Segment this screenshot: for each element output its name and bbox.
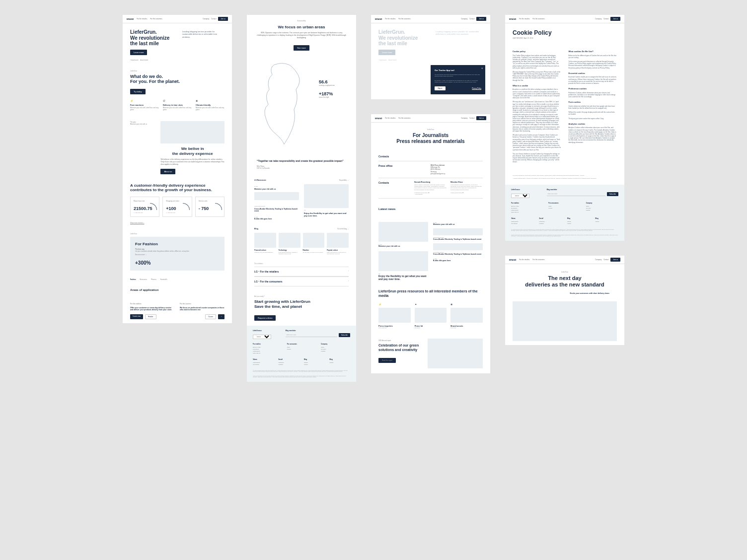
blog-card: Financial cultureMinimize your risk with… [254,233,276,255]
cookie-title: Cookie Policy [513,29,617,36]
page-nextday: BRANDFor the retailersFor the customersC… [505,256,624,345]
about-side-label: The plan Minimize your risk with us [130,121,155,174]
see-more-button[interactable]: See more [294,45,309,51]
resource-presskit: ✦Press kitDownload [415,303,447,329]
resource-brand: ❋Brand assetsDownload [450,303,483,329]
fashion-section: LieferGrun For Fashion The best way Let … [123,228,232,276]
subscribe-button[interactable]: Subscribe [607,192,618,196]
subscribe-button[interactable]: Subscribe [339,333,350,337]
blog-card: TechnologyCross-Border Electricity Tradi… [279,233,300,255]
news-image [304,184,349,208]
focus-title: We focus on urban areas [257,25,346,29]
clock-icon: ⏱ [163,99,192,102]
nextday-title: The next day deliveries as the new stand… [518,275,612,287]
brand-icon: ❋ [450,303,483,306]
close-icon[interactable]: ✕ [481,67,483,70]
tab-food[interactable]: Foodstuffs [160,279,167,280]
cookie-overlay: ✕ Our Tracker App tool We use cookies an… [431,65,485,94]
cookie-body: Cookie policy This Cookie Policy explain… [505,45,624,173]
map-stat-1: 56.6 [319,79,349,84]
nav-contact[interactable]: Contact [211,18,216,20]
demo-button[interactable]: Request a demo [254,315,276,321]
celebrate-title: Celebration of our green solutions and c… [378,344,423,352]
hero-title: LieferGrun. We revolutionize the last mi… [130,29,177,47]
map-section: 56.6 sendings angelpartenen +187% stores… [247,56,356,153]
cookie-date: LAST REVISED: April 22, 2019 [513,37,533,39]
report-button[interactable]: Read the report [378,358,396,363]
page-home: BRAND For the retailers For the customer… [123,15,232,323]
solutions-section: Our solutions LG º For the retailers› LG… [247,259,356,290]
news-split: CASE Minimize your risk with us US Enjoy… [371,218,490,284]
section-title: What do we do. For you. For the planet. [130,74,224,84]
stats-heading: A customer-friendly delivery experience … [130,183,224,193]
lang-select[interactable]: English [253,335,271,339]
overlay-title: Our Tracker App tool [435,69,481,72]
agree-button[interactable]: I Agree [435,86,446,90]
accordion-consumers[interactable]: LG º For the consumers› [254,277,349,286]
tab-fashion[interactable]: Fashion [130,279,136,280]
bolt-icon: ⚡ [378,303,411,306]
focus-section: Sustainability We focus on urban areas X… [247,15,356,56]
page-cookie-policy: BRANDFor the retailersFor the customersC… [505,15,624,241]
about-image [160,121,224,143]
email-input[interactable] [286,333,337,337]
lang-select[interactable]: English [511,194,529,198]
resources-section: LieferGrun press resources to all intere… [371,284,490,334]
journalists-title: For Journalists Press releases and mater… [378,133,483,144]
brand-logo[interactable]: BRAND [127,18,134,20]
applications-grid: For the retailers Offer your customers a… [123,299,232,323]
meta-2: about brand [140,59,148,61]
section-label: LieferGrun [130,70,224,72]
feature-timeslot: ⏱Delivery in time slotsMinimize your ris… [163,99,192,111]
email-input[interactable] [547,192,605,196]
stat-repurchase: Repurchase rate21500.75% After one year [130,197,159,217]
privacy-link[interactable]: Privacy Policy [472,87,481,89]
hero-title-faded: LieferGrun. We revolutionize the last mi… [378,29,431,47]
stats-row: Repurchase rate21500.75% After one year … [123,197,232,222]
grow-section: Are you ready? Start growing with Liefer… [247,290,356,325]
chevron-down-icon: › [348,270,349,273]
feature-fast: ⚡Fast reactionsMinimize your risk with L… [130,99,159,111]
grow-title: Start growing with LieferGrun Save the t… [254,299,349,309]
celebrate-section: 2021 Annual report Celebration of our gr… [371,334,490,373]
courier2-button[interactable]: Courier [205,314,216,319]
try-button[interactable]: Try today [130,89,146,94]
nav-retailers[interactable]: For the retailers [137,18,147,20]
footer: LieferGrunun English Blog newsletter Sub… [247,326,356,382]
tab-electronics[interactable]: Electronics [140,279,148,280]
contact-person-2: Miroslav Klose With a degree in business… [450,181,483,196]
page-sustainability: Sustainability We focus on urban areas X… [247,15,356,382]
show-more-link[interactable]: Show more statistic + [123,222,232,228]
leaf-icon: ❋ [196,99,224,102]
nav-company[interactable]: Company [203,18,209,20]
about-body: We believe in the delivery experience as… [160,158,224,166]
what-we-do: LieferGrun What do we do. For you. For t… [123,65,232,116]
arrow-button[interactable]: → [218,314,224,319]
hero-section: LieferGrun. We revolutionize the last mi… [123,23,232,65]
go-portfolio[interactable]: Go portfolio → [339,179,349,181]
blog-section: BlogGo to the blog → Financial cultureMi… [247,224,356,259]
nav-customers[interactable]: For the customers [150,18,162,20]
blog-link[interactable]: Go to the blog → [337,228,349,230]
feature-climate: ❋Climate-friendlyMinimize your risk with… [196,99,224,111]
kit-icon: ✦ [415,303,447,306]
news-section: LG NewsroomGo portfolio → CASE Minimize … [247,175,356,224]
bolt-icon: ⚡ [130,99,159,102]
meta-1: • impressum [130,59,139,61]
about-title: We belive in the delivery expernce [160,146,224,156]
hero-cta-button[interactable]: Learn more [130,50,147,55]
chevron-down-icon: › [348,280,349,283]
retailer-button[interactable]: Retailer [145,314,156,319]
courier-now-button[interactable]: Courier now [130,314,143,319]
applications-title: Areas of application [130,288,224,292]
legal-text: ©P-2021 LieferGrun turpis in sit amet ve… [253,370,350,372]
map-graphic [254,60,314,149]
about-button[interactable]: About us [160,169,175,174]
category-tabs: Fashion Electronics Pharma Foodstuffs [123,276,232,283]
join-button[interactable]: Join us [218,17,228,21]
tab-pharma[interactable]: Pharma [151,279,156,280]
accordion-retailers[interactable]: LG º For the retailers› [254,267,349,277]
fashion-title: For Fashion [135,242,220,246]
quote-text: “Together we take responsibility and cre… [257,159,346,163]
page-journalists: BRANDFor the retailersFor the customersC… [371,114,490,373]
